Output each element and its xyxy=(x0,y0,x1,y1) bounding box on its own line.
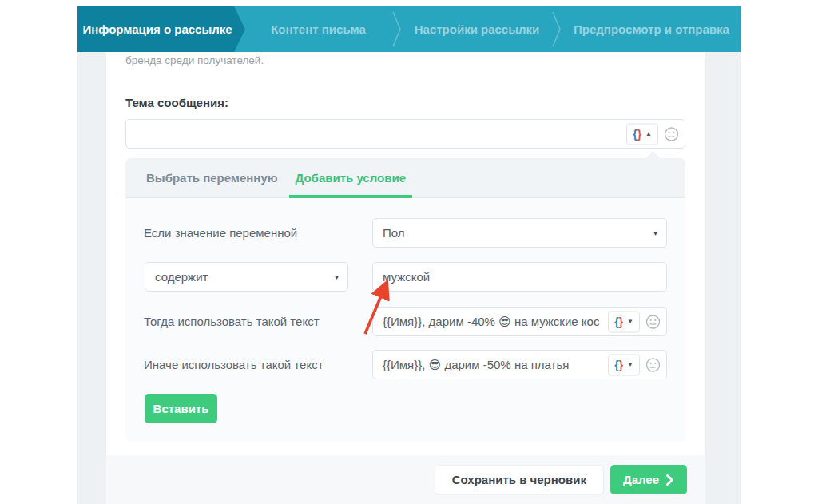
variable-condition-panel: Выбрать переменную Добавить условие Если… xyxy=(125,158,685,442)
content-card: бренда среди получателей. Тема сообщения… xyxy=(106,52,705,504)
campaign-editor-page: Информация о рассылке Контент письма Нас… xyxy=(0,0,818,504)
wizard-step-label: Контент письма xyxy=(271,22,366,36)
next-button[interactable]: Далее xyxy=(610,465,687,494)
wizard-step-campaign-info[interactable]: Информация о рассылке xyxy=(77,6,245,52)
condition-value: мужской xyxy=(383,270,430,284)
intro-text: бренда среди получателей. xyxy=(125,54,264,66)
footer-actions: Сохранить в черновик Далее xyxy=(106,455,705,504)
operator-select[interactable]: содержит ▾ xyxy=(145,262,348,292)
wizard-step-email-content[interactable]: Контент письма xyxy=(245,6,391,52)
wizard-step-label: Информация о рассылке xyxy=(82,22,232,36)
emoji-picker-icon[interactable] xyxy=(664,126,679,141)
emoji-picker-icon[interactable] xyxy=(645,314,661,329)
then-text-label: Тогда использовать такой текст xyxy=(144,307,320,336)
subject-label: Тема сообщения: xyxy=(125,96,228,109)
next-button-label: Далее xyxy=(623,473,659,486)
tab-add-condition[interactable]: Добавить условие xyxy=(292,158,409,197)
else-text-input[interactable]: {{Имя}}, 😎 дарим -50% на платья {} ▼ xyxy=(372,350,667,379)
select-caret-icon: ▾ xyxy=(653,228,657,237)
wizard-step-preview-send[interactable]: Предпросмотр и отправка xyxy=(562,6,741,52)
wizard-step-label: Настройки рассылки xyxy=(415,22,540,36)
variable-selected-value: Пол xyxy=(383,226,405,240)
tab-label: Добавить условие xyxy=(296,171,406,185)
insert-button[interactable]: Вставить xyxy=(145,394,217,423)
wizard-step-label: Предпросмотр и отправка xyxy=(574,22,729,36)
operator-selected-value: содержит xyxy=(155,270,208,284)
variable-braces-icon: {} xyxy=(614,316,623,327)
caret-down-icon: ▼ xyxy=(627,362,633,368)
chevron-right-icon xyxy=(665,474,674,486)
if-variable-label: Если значение переменной xyxy=(144,218,297,248)
insert-variable-button[interactable]: {} ▼ xyxy=(608,311,640,332)
tab-label: Выбрать переменную xyxy=(146,171,278,185)
emoji-picker-icon[interactable] xyxy=(645,357,661,372)
step-separator-chevron-icon xyxy=(391,6,403,52)
insert-variable-button[interactable]: {} ▲ xyxy=(626,123,658,145)
caret-up-icon: ▲ xyxy=(645,131,652,137)
panel-pointer-triangle xyxy=(645,151,660,158)
else-text-label: Иначе использовать такой текст xyxy=(144,350,324,379)
panel-tabs: Выбрать переменную Добавить условие xyxy=(125,158,685,198)
condition-value-input[interactable]: мужской xyxy=(372,262,667,292)
subject-input[interactable]: {} ▲ xyxy=(125,119,685,149)
wizard-step-campaign-settings[interactable]: Настройки рассылки xyxy=(403,6,551,52)
wizard-steps-bar: Информация о рассылке Контент письма Нас… xyxy=(77,6,741,52)
insert-variable-button[interactable]: {} ▼ xyxy=(608,354,640,375)
variable-braces-icon: {} xyxy=(633,129,641,140)
then-text-input[interactable]: {{Имя}}, дарим -40% 😎 на мужские кос {} … xyxy=(372,307,667,336)
select-caret-icon: ▾ xyxy=(335,272,339,281)
tab-select-variable[interactable]: Выбрать переменную xyxy=(143,158,281,197)
variable-braces-icon: {} xyxy=(614,359,623,371)
save-draft-button[interactable]: Сохранить в черновик xyxy=(435,465,604,494)
step-separator-chevron-icon xyxy=(551,6,562,52)
variable-select[interactable]: Пол ▾ xyxy=(372,218,667,248)
caret-down-icon: ▼ xyxy=(627,319,633,325)
